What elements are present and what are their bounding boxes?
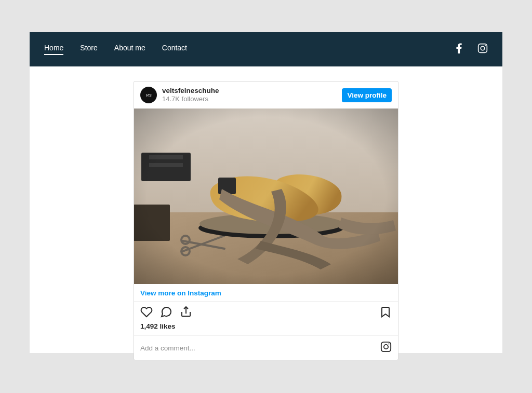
nav-right xyxy=(456,43,488,56)
view-profile-button[interactable]: View profile xyxy=(342,88,392,102)
comment-icon[interactable] xyxy=(160,306,172,320)
svg-rect-14 xyxy=(134,109,398,284)
ig-userblock: veitsfeineschuhe 14.7K followers xyxy=(162,87,219,103)
nav-item-store[interactable]: Store xyxy=(80,44,97,55)
svg-point-2 xyxy=(485,45,486,46)
nav-item-label: About me xyxy=(114,44,145,52)
comment-row xyxy=(134,335,398,360)
nav-item-home[interactable]: Home xyxy=(44,44,63,55)
ig-header: Vts veitsfeineschuhe 14.7K followers Vie… xyxy=(134,82,398,109)
nav-item-label: Contact xyxy=(162,44,187,52)
svg-rect-0 xyxy=(478,44,487,53)
nav-item-label: Home xyxy=(44,44,63,52)
ig-username[interactable]: veitsfeineschuhe xyxy=(162,87,219,95)
comment-input[interactable] xyxy=(140,344,380,352)
share-icon[interactable] xyxy=(180,306,192,320)
likes-count[interactable]: 1,492 likes xyxy=(134,322,398,335)
instagram-logo-icon[interactable] xyxy=(380,341,392,355)
nav-item-label: Store xyxy=(80,44,97,52)
svg-point-17 xyxy=(388,343,389,344)
view-more-link[interactable]: View more on Instagram xyxy=(134,284,398,302)
ig-followers: 14.7K followers xyxy=(162,95,219,103)
svg-rect-15 xyxy=(381,342,391,351)
nav-left: Home Store About me Contact xyxy=(44,44,187,55)
instagram-embed-card: Vts veitsfeineschuhe 14.7K followers Vie… xyxy=(134,81,398,360)
page-container: Home Store About me Contact Vts veitsfei… xyxy=(30,32,502,353)
nav-item-about[interactable]: About me xyxy=(114,44,145,55)
instagram-icon[interactable] xyxy=(477,43,488,56)
svg-point-1 xyxy=(481,46,485,50)
like-icon[interactable] xyxy=(140,306,153,320)
ig-actions xyxy=(134,302,398,322)
content-area: Vts veitsfeineschuhe 14.7K followers Vie… xyxy=(30,66,502,360)
bookmark-icon[interactable] xyxy=(379,306,392,320)
ig-post-image[interactable] xyxy=(134,109,398,284)
nav-item-contact[interactable]: Contact xyxy=(162,44,187,55)
svg-point-16 xyxy=(384,345,388,349)
facebook-icon[interactable] xyxy=(456,43,462,56)
avatar[interactable]: Vts xyxy=(140,87,157,103)
navbar: Home Store About me Contact xyxy=(30,32,502,66)
